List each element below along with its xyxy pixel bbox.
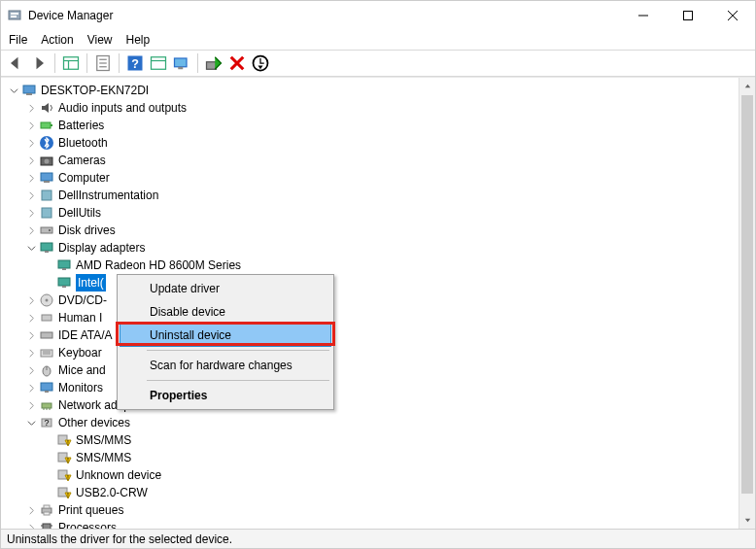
expand-icon[interactable]	[24, 171, 38, 185]
menu-file[interactable]: File	[9, 33, 27, 47]
svg-rect-39	[58, 278, 70, 286]
svg-rect-0	[9, 11, 20, 19]
scroll-up-button[interactable]	[739, 78, 755, 94]
tree-item-processors[interactable]: Processors	[5, 519, 755, 529]
tree-item-dellutils[interactable]: DellUtils	[5, 204, 755, 222]
maximize-button[interactable]	[666, 1, 710, 30]
tree-label: Disk drives	[58, 222, 116, 239]
tree-item-usb20crw[interactable]: ! USB2.0-CRW	[5, 484, 755, 501]
expand-icon[interactable]	[24, 328, 38, 342]
warning-device-icon: !	[56, 432, 72, 448]
help-button[interactable]: ?	[124, 52, 146, 74]
menu-action[interactable]: Action	[41, 33, 73, 47]
forward-button[interactable]	[28, 52, 50, 74]
tree-item-otherdevices[interactable]: ? Other devices	[5, 414, 755, 431]
svg-rect-33	[41, 227, 52, 233]
window-title: Device Manager	[28, 9, 113, 22]
action-button[interactable]	[148, 52, 169, 74]
svg-rect-4	[684, 12, 693, 20]
close-button[interactable]	[710, 1, 755, 30]
tree-label: AMD Radeon HD 8600M Series	[76, 257, 241, 274]
context-update-driver[interactable]: Update driver	[120, 277, 331, 300]
tree-label: Monitors	[58, 379, 103, 396]
tree-label: Cameras	[58, 152, 106, 169]
collapse-icon[interactable]	[7, 84, 20, 97]
scroll-down-button[interactable]	[739, 512, 755, 529]
expand-icon[interactable]	[24, 154, 38, 167]
svg-rect-23	[26, 93, 32, 95]
tree-item-smsmms2[interactable]: ! SMS/MMS	[5, 449, 755, 466]
menu-view[interactable]: View	[87, 33, 113, 47]
menubar: File Action View Help	[1, 30, 755, 50]
uninstall-device-button[interactable]	[226, 52, 248, 74]
context-disable-device[interactable]: Disable device	[120, 300, 331, 324]
tree-item-displayadapters[interactable]: Display adapters	[5, 239, 755, 257]
tree-label: Unknown device	[76, 466, 161, 484]
tree-label: DVD/CD-	[58, 292, 107, 309]
tree-label: DellUtils	[58, 204, 101, 222]
expand-icon[interactable]	[24, 503, 38, 517]
svg-rect-36	[45, 251, 49, 253]
back-button[interactable]	[5, 52, 26, 74]
context-scan-hardware[interactable]: Scan for hardware changes	[120, 354, 331, 377]
statusbar: Uninstalls the driver for the selected d…	[1, 529, 755, 548]
collapse-icon[interactable]	[24, 241, 38, 255]
tree-item-computer[interactable]: Computer	[5, 169, 755, 187]
tree-item-dellinstrumentation[interactable]: DellInstrumentation	[5, 187, 755, 204]
expand-icon[interactable]	[24, 398, 38, 412]
device-icon	[39, 188, 54, 203]
svg-rect-24	[41, 122, 51, 128]
tree-label: SMS/MMS	[76, 431, 131, 449]
vertical-scrollbar[interactable]	[739, 78, 755, 529]
tree-item-bluetooth[interactable]: Bluetooth	[5, 134, 755, 152]
tree-item-batteries[interactable]: Batteries	[5, 117, 755, 134]
expand-icon[interactable]	[24, 363, 38, 377]
svg-rect-18	[175, 58, 188, 67]
context-properties[interactable]: Properties	[120, 384, 331, 407]
tree-item-diskdrives[interactable]: Disk drives	[5, 222, 755, 239]
svg-rect-19	[178, 67, 183, 70]
expand-icon[interactable]	[24, 521, 38, 529]
spacer-icon	[42, 451, 55, 464]
tree-item-unknowndevice[interactable]: ! Unknown device	[5, 466, 755, 484]
collapse-icon[interactable]	[24, 416, 38, 429]
toolbar-separator	[54, 53, 55, 73]
tree-item-audio[interactable]: Audio inputs and outputs	[5, 99, 755, 117]
expand-icon[interactable]	[24, 293, 38, 307]
tree-root[interactable]: DESKTOP-EKN72DI	[5, 82, 755, 99]
scrollbar-thumb[interactable]	[741, 95, 753, 494]
expand-icon[interactable]	[24, 346, 38, 360]
expand-icon[interactable]	[24, 223, 38, 237]
svg-point-42	[46, 299, 49, 302]
app-icon	[7, 8, 22, 23]
spacer-icon	[42, 258, 55, 272]
svg-rect-25	[51, 124, 52, 126]
expand-icon[interactable]	[24, 101, 38, 115]
device-tree[interactable]: DESKTOP-EKN72DI Audio inputs and outputs…	[1, 78, 755, 529]
svg-rect-51	[45, 391, 49, 393]
tree-item-amd[interactable]: AMD Radeon HD 8600M Series	[5, 257, 755, 274]
enable-device-button[interactable]	[203, 52, 224, 74]
menu-help[interactable]: Help	[126, 33, 151, 47]
monitor-icon	[39, 380, 54, 395]
scan-hardware-button[interactable]	[171, 52, 192, 74]
tree-item-cameras[interactable]: Cameras	[5, 152, 755, 169]
svg-rect-37	[58, 260, 70, 268]
camera-icon	[39, 153, 54, 168]
expand-icon[interactable]	[24, 311, 38, 325]
tree-item-printqueues[interactable]: Print queues	[5, 501, 755, 519]
expand-icon[interactable]	[24, 136, 38, 150]
expand-icon[interactable]	[24, 189, 38, 202]
svg-rect-1	[11, 13, 18, 15]
show-hide-tree-button[interactable]	[60, 52, 82, 74]
expand-icon[interactable]	[24, 206, 38, 220]
expand-icon[interactable]	[24, 119, 38, 132]
context-uninstall-device[interactable]: Uninstall device	[120, 324, 331, 347]
update-driver-button[interactable]	[250, 52, 271, 74]
tree-item-smsmms1[interactable]: ! SMS/MMS	[5, 431, 755, 449]
svg-rect-16	[152, 57, 166, 70]
minimize-button[interactable]	[621, 1, 666, 30]
properties-button[interactable]	[92, 52, 114, 74]
expand-icon[interactable]	[24, 381, 38, 395]
warning-device-icon: !	[56, 450, 72, 465]
